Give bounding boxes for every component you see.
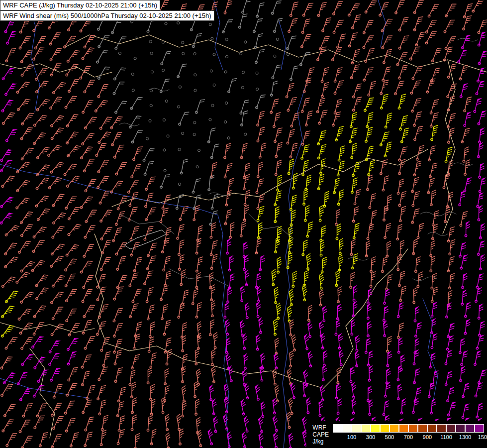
wind-barb: [474, 349, 482, 366]
wind-barb: [83, 78, 95, 95]
wind-barb: [21, 352, 34, 368]
wind-barb: [164, 385, 170, 402]
calm-station-circle: [244, 133, 247, 135]
wind-barb: [277, 175, 282, 191]
wind-barb: [163, 255, 171, 272]
wind-barb: [317, 1, 327, 18]
wind-barb: [83, 157, 95, 173]
wind-barb: [16, 80, 30, 96]
wind-barb: [117, 386, 126, 403]
wind-barb: [82, 99, 94, 115]
wind-barb: [226, 238, 231, 254]
wind-barb: [82, 319, 92, 336]
wind-barb: [350, 272, 355, 288]
wind-barb: [178, 254, 184, 271]
wind-barb: [131, 353, 140, 370]
wind-barb: [82, 287, 93, 304]
wind-barb: [1, 66, 14, 82]
wind-barb: [447, 127, 454, 144]
wind-barb: [150, 429, 156, 445]
calm-station-circle: [146, 137, 149, 140]
wind-barb: [290, 65, 298, 82]
wind-barb: [317, 129, 326, 146]
wind-barb: [22, 402, 33, 419]
wind-barb: [181, 354, 187, 370]
wind-barb: [399, 240, 404, 256]
wind-barb: [33, 354, 46, 371]
wind-barb: [195, 417, 201, 434]
calm-station-circle: [177, 106, 180, 108]
wind-barb: [240, 99, 249, 115]
wind-barb: [224, 162, 232, 179]
legend-tick-label: 100: [347, 434, 356, 440]
wind-barb: [386, 274, 392, 290]
wind-barb: [460, 82, 468, 99]
wind-barb: [413, 367, 420, 384]
wind-barb: [21, 146, 34, 162]
wind-barb: [181, 401, 187, 417]
wind-barb: [1, 174, 14, 190]
wind-barb: [368, 399, 374, 416]
calm-station-circle: [194, 52, 196, 55]
wind-barb: [115, 240, 127, 257]
wind-barb: [239, 399, 248, 416]
wind-barb: [334, 66, 342, 83]
wind-barb: [292, 271, 297, 287]
wind-barb: [130, 240, 140, 257]
wind-barb: [431, 46, 442, 63]
wind-barb: [84, 224, 95, 240]
wind-barb: [20, 290, 34, 305]
wind-barb: [275, 159, 282, 176]
wind-barb: [301, 380, 308, 397]
legend-tick-label: 1300: [459, 434, 471, 440]
wind-barb: [478, 368, 487, 385]
wind-barb: [51, 433, 62, 448]
wind-barb: [447, 400, 457, 417]
wind-barb: [398, 270, 405, 287]
wind-barb: [50, 290, 64, 306]
wind-barb: [222, 414, 231, 431]
wind-barb: [117, 195, 128, 212]
wind-barb: [210, 285, 216, 301]
wind-barb: [257, 162, 263, 178]
wind-barb: [428, 2, 439, 18]
legend-colorbar: [333, 424, 484, 433]
wind-barb: [148, 336, 154, 353]
wind-barb: [302, 1, 313, 18]
wind-barb: [301, 97, 310, 113]
wind-barb: [306, 222, 313, 238]
wind-barb: [116, 401, 124, 417]
wind-barb: [63, 162, 77, 178]
wind-barb: [33, 304, 46, 320]
wind-barb: [81, 131, 95, 147]
wind-barb: [102, 350, 110, 367]
wind-barb: [37, 367, 49, 384]
calm-station-circle: [194, 74, 196, 76]
legend-color-cell: [437, 424, 446, 433]
wind-barb: [337, 333, 344, 349]
calm-station-circle: [165, 22, 167, 25]
wind-barb: [147, 415, 153, 432]
wind-barb: [305, 110, 312, 126]
wind-barb: [380, 79, 389, 96]
wind-barb: [430, 240, 435, 256]
wind-barb: [52, 211, 66, 226]
wind-barb: [367, 174, 373, 191]
wind-barb: [288, 433, 295, 448]
wind-barb: [416, 144, 424, 161]
wind-barb: [316, 97, 325, 114]
wind-barb: [474, 97, 483, 113]
wind-barb: [240, 142, 248, 159]
wind-barb: [394, 0, 405, 15]
wind-barb: [369, 193, 376, 209]
wind-barb: [387, 336, 392, 352]
calm-station-circle: [118, 52, 121, 54]
wind-barb: [210, 366, 218, 383]
wind-barb: [66, 242, 79, 258]
wind-barb: [335, 270, 341, 287]
wind-barb: [227, 287, 232, 303]
calm-station-circle: [256, 88, 259, 91]
wind-barb: [290, 210, 295, 226]
wind-barb: [49, 95, 62, 111]
wind-barb: [52, 192, 64, 209]
